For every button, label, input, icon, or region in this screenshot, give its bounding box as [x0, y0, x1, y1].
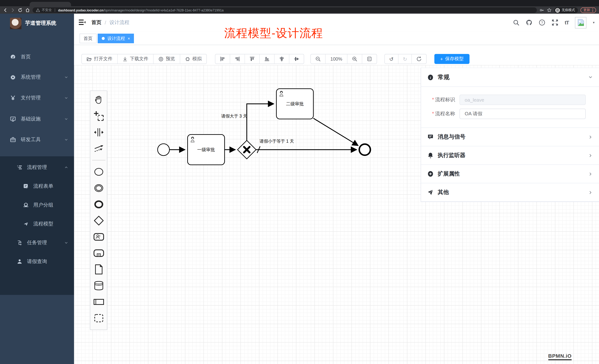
info-icon: i: [427, 74, 434, 80]
create-data-store-icon[interactable]: [93, 280, 104, 291]
exclusive-gateway[interactable]: [238, 140, 256, 159]
palette-separator: [92, 160, 105, 160]
align-top-button[interactable]: [245, 54, 260, 64]
sidebar-item-process-model[interactable]: 流程模型: [0, 214, 74, 233]
search-icon[interactable]: [513, 19, 520, 26]
create-intermediate-event-icon[interactable]: [93, 183, 104, 194]
button-label: 下载文件: [130, 56, 148, 62]
section-title: 执行监听器: [438, 152, 584, 159]
align-left-button[interactable]: [215, 54, 230, 64]
sidebar-item-task-management[interactable]: 任务管理: [0, 233, 74, 252]
avatar-caret-icon[interactable]: ▾: [593, 21, 595, 24]
tab-design-process[interactable]: 设计流程 ×: [98, 34, 134, 43]
space-tool-icon[interactable]: [93, 127, 104, 138]
undo-button[interactable]: ↺: [385, 54, 398, 64]
align-right-button[interactable]: [230, 54, 245, 64]
sidebar-item-process-form[interactable]: 流程表单: [0, 177, 74, 195]
home-icon[interactable]: [25, 8, 30, 13]
section-message-signal[interactable]: 消息与信号: [421, 127, 599, 146]
user-task-level2[interactable]: 二级审批: [276, 89, 313, 119]
start-event[interactable]: [158, 144, 169, 156]
global-connect-tool-icon[interactable]: [93, 143, 104, 154]
edge-label-le1[interactable]: 请假小于等于 1 天: [260, 139, 294, 144]
align-center-vertical-button[interactable]: [274, 54, 289, 64]
process-name-input[interactable]: [459, 109, 586, 119]
restart-button[interactable]: [412, 54, 426, 64]
required-mark: *: [432, 97, 434, 102]
collapse-sidebar-icon[interactable]: [79, 19, 86, 25]
flow-task2-to-end[interactable]: [313, 118, 358, 146]
process-key-input[interactable]: [459, 95, 586, 105]
application-window: 不安全 dashboard.yudao.iocoder.cn/bpm/manag…: [0, 0, 599, 364]
section-title: 消息与信号: [438, 133, 584, 140]
browser-update-button[interactable]: 更新: [581, 7, 596, 13]
create-user-task-icon[interactable]: [93, 231, 104, 242]
chevron-right-icon: [588, 135, 593, 139]
edge-label-gt3[interactable]: 请假大于 3 天: [221, 114, 247, 119]
section-extended-attributes[interactable]: 扩展属性: [421, 164, 599, 183]
password-key-icon[interactable]: [539, 8, 544, 13]
browser-menu-icon[interactable]: [592, 8, 593, 12]
end-event[interactable]: [359, 144, 370, 155]
create-gateway-icon[interactable]: [93, 215, 104, 226]
browser-tab[interactable]: [30, 2, 71, 6]
sidebar-item-leave-query[interactable]: 请假查询: [0, 252, 74, 271]
lasso-tool-icon[interactable]: [93, 110, 104, 122]
align-bottom-button[interactable]: [260, 54, 274, 64]
section-other[interactable]: 其他: [421, 183, 599, 201]
save-model-button[interactable]: + 保存模型: [434, 54, 469, 64]
chevron-down-icon: [588, 75, 593, 79]
hand-tool-icon[interactable]: [93, 94, 104, 105]
tab-label: 首页: [84, 35, 92, 42]
sidebar-item-infrastructure[interactable]: 基础设施: [0, 109, 74, 129]
github-icon[interactable]: [526, 19, 533, 26]
reload-icon[interactable]: [18, 8, 23, 13]
font-size-icon[interactable]: tT: [565, 20, 569, 25]
simulate-button[interactable]: 模拟: [180, 54, 206, 64]
close-tab-icon[interactable]: ×: [128, 36, 130, 41]
zoom-out-button[interactable]: [311, 54, 326, 64]
create-start-event-icon[interactable]: [93, 166, 104, 177]
back-icon[interactable]: [3, 8, 8, 13]
fullscreen-icon[interactable]: [552, 19, 558, 26]
create-subprocess-icon[interactable]: [93, 248, 104, 259]
save-label: 保存模型: [445, 56, 464, 62]
redo-icon: ↻: [403, 56, 407, 62]
create-participant-icon[interactable]: [93, 296, 104, 307]
sidebar-item-home[interactable]: 首页: [0, 47, 74, 67]
sidebar-item-payment[interactable]: 支付管理: [0, 88, 74, 108]
download-file-button[interactable]: 下载文件: [118, 54, 154, 64]
zoom-in-button[interactable]: [347, 54, 362, 64]
address-bar[interactable]: 不安全 dashboard.yudao.iocoder.cn/bpm/manag…: [33, 7, 537, 13]
toolbox-icon: [10, 137, 16, 143]
task-tree-icon: [17, 240, 23, 245]
redo-button[interactable]: ↻: [398, 54, 412, 64]
help-icon[interactable]: ?: [539, 19, 546, 26]
bookmark-star-icon[interactable]: [547, 8, 552, 13]
section-execution-listener[interactable]: 执行监听器: [421, 146, 599, 164]
section-general[interactable]: i 常规: [421, 68, 599, 86]
breadcrumb-home[interactable]: 首页: [91, 19, 101, 26]
align-button-group: [215, 54, 304, 64]
zoom-reset-button[interactable]: [362, 54, 377, 64]
forward-icon[interactable]: [10, 8, 15, 13]
user-task-level1[interactable]: 一级审批: [188, 135, 225, 165]
align-center-horizontal-button[interactable]: [289, 54, 304, 64]
open-file-button[interactable]: 打开文件: [82, 54, 118, 64]
create-data-object-icon[interactable]: [93, 264, 104, 275]
button-label: 打开文件: [94, 56, 113, 62]
sidebar-item-system[interactable]: 系统管理: [0, 67, 74, 88]
create-group-icon[interactable]: [93, 313, 104, 324]
preview-button[interactable]: 预览: [154, 54, 180, 64]
sidebar-item-label: 任务管理: [27, 239, 47, 246]
flow-gateway-to-task2[interactable]: [247, 104, 274, 141]
bpmn-palette: [90, 91, 107, 330]
avatar[interactable]: [575, 17, 587, 28]
button-label: 模拟: [192, 56, 202, 62]
sidebar-item-process-management[interactable]: 流程管理: [0, 158, 74, 177]
tab-home[interactable]: 首页: [79, 34, 97, 43]
tree-list-icon: [17, 164, 23, 170]
create-end-event-icon[interactable]: [93, 199, 104, 210]
sidebar-item-user-group[interactable]: 用户分组: [0, 195, 74, 214]
sidebar-item-dev-tools[interactable]: 研发工具: [0, 129, 74, 150]
